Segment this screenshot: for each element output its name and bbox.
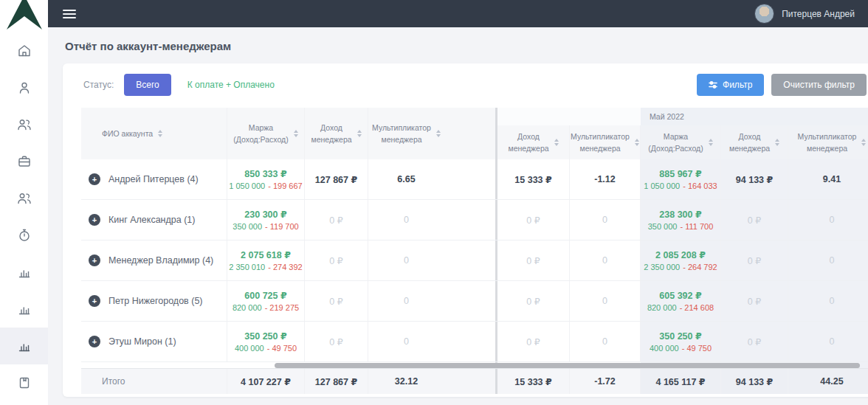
- spacer-cell: [444, 322, 495, 361]
- totals-manager-income: 127 867 ₽: [305, 369, 368, 394]
- account-name: Этуш Мирон (1): [108, 336, 176, 347]
- account-name-cell: + Менеджер Владимир (4): [81, 240, 227, 280]
- sort-icon[interactable]: [775, 139, 779, 146]
- sidebar-item-profile[interactable]: [0, 69, 48, 106]
- expand-row-icon[interactable]: +: [89, 336, 100, 347]
- manager-income-cell: 127 867 ₽: [305, 159, 368, 199]
- sidebar-item-journal[interactable]: [0, 364, 48, 401]
- account-name: Петр Нижегородов (5): [108, 296, 203, 306]
- bar-chart-icon: [17, 265, 32, 280]
- clear-filter-button[interactable]: Очистить фильтр: [771, 74, 867, 96]
- header-may-manager-income[interactable]: Доходменеджера: [721, 125, 788, 159]
- report-card: Статус: Всего К оплате + Оплачено Фильтр…: [63, 63, 868, 397]
- manager-income-cell: 0 ₽: [305, 281, 368, 321]
- menu-toggle-button[interactable]: [63, 10, 76, 18]
- sidebar: [0, 0, 48, 405]
- table-row: + Этуш Мирон (1) 350 250 ₽ 400 000- 49 7…: [81, 322, 868, 362]
- scroll-header-group: Май 2022 Доходменеджера Мультипликаторме…: [497, 108, 868, 159]
- header-margin[interactable]: Маржа(Доход:Расход): [227, 108, 305, 159]
- totals-may-manager-income: 94 133 ₽: [721, 369, 788, 394]
- sidebar-item-clients[interactable]: [0, 106, 48, 143]
- manager-income-cell: 0 ₽: [305, 200, 368, 240]
- may-margin-cell: 238 300 ₽ 350 000- 111 700: [641, 200, 721, 240]
- totals-prev-multiplier: -1.72: [570, 369, 641, 394]
- sort-icon[interactable]: [554, 139, 559, 146]
- may-manager-income-cell: 0 ₽: [721, 200, 788, 240]
- prev-multiplier-cell: 0: [570, 240, 641, 280]
- status-all-button[interactable]: Всего: [124, 74, 170, 96]
- margin-cell: 230 300 ₽ 350 000- 119 700: [227, 200, 305, 240]
- header-name[interactable]: ФИО аккаунта: [81, 108, 227, 159]
- filter-button-label: Фильтр: [723, 80, 752, 90]
- status-paid-link[interactable]: К оплате + Оплачено: [187, 80, 275, 90]
- header-multiplier[interactable]: Мультипликаторменеджера: [368, 108, 444, 159]
- sidebar-item-home[interactable]: [0, 32, 48, 69]
- users-icon: [16, 117, 32, 132]
- may-margin-cell: 885 967 ₽ 1 050 000- 164 033: [641, 159, 721, 199]
- filter-button[interactable]: Фильтр: [697, 74, 764, 96]
- header-prev-multiplier[interactable]: Мультипликаторменеджера: [570, 125, 641, 159]
- may-manager-income-cell: 0 ₽: [721, 240, 788, 280]
- journal-icon: [17, 375, 32, 390]
- status-label: Статус:: [83, 80, 114, 90]
- table-row: + Андрей Питерцев (4) 850 333 ₽ 1 050 00…: [81, 159, 868, 200]
- prev-multiplier-cell: -1.12: [570, 159, 641, 199]
- spacer-cell: [444, 240, 495, 280]
- logo[interactable]: [0, 0, 48, 32]
- avatar[interactable]: [754, 4, 774, 24]
- expand-row-icon[interactable]: +: [89, 173, 100, 185]
- sidebar-item-report-account-managers[interactable]: [0, 328, 48, 364]
- bar-chart-icon: [17, 339, 32, 353]
- sort-icon[interactable]: [436, 130, 441, 137]
- expand-row-icon[interactable]: +: [89, 255, 100, 266]
- briefcase-icon: [17, 154, 32, 169]
- prev-manager-income-cell: 0 ₽: [497, 281, 570, 321]
- header-manager-income[interactable]: Доходменеджера: [305, 108, 368, 159]
- account-name-cell: + Этуш Мирон (1): [81, 322, 227, 361]
- month-blank: [497, 108, 641, 125]
- totals-may-multiplier: 44.25: [788, 369, 868, 394]
- header-prev-manager-income[interactable]: Доходменеджера: [497, 125, 570, 159]
- account-name-cell: + Кинг Александра (1): [81, 200, 227, 240]
- header-may-margin[interactable]: Маржа(Доход:Расход): [641, 125, 721, 159]
- manager-income-cell: 0 ₽: [305, 240, 368, 280]
- may-multiplier-cell: 0: [788, 200, 868, 240]
- horizontal-scrollbar-thumb[interactable]: [275, 363, 860, 368]
- may-manager-income-cell: 0 ₽: [721, 281, 788, 321]
- account-name: Андрей Питерцев (4): [108, 174, 199, 184]
- sidebar-item-managers[interactable]: [0, 180, 48, 217]
- table-header: ФИО аккаунта Маржа(Доход:Расход) Доходме…: [81, 108, 868, 159]
- spacer-cell: [444, 159, 495, 199]
- sidebar-item-projects[interactable]: [0, 143, 48, 180]
- sort-icon[interactable]: [357, 130, 362, 137]
- sidebar-item-report-1[interactable]: [0, 254, 48, 291]
- sidebar-item-report-2[interactable]: [0, 291, 48, 328]
- prev-multiplier-cell: 0: [570, 200, 641, 240]
- totals-prev-manager-income: 15 333 ₽: [497, 369, 570, 394]
- prev-manager-income-cell: 0 ₽: [497, 322, 570, 361]
- totals-label: Итого: [81, 369, 227, 394]
- user-menu[interactable]: Питерцев Андрей: [754, 4, 855, 24]
- expand-row-icon[interactable]: +: [89, 214, 100, 226]
- prev-manager-income-cell: 0 ₽: [497, 200, 570, 240]
- totals-multiplier: 32.12: [368, 369, 444, 394]
- sort-icon[interactable]: [158, 130, 162, 137]
- expand-row-icon[interactable]: +: [89, 295, 100, 307]
- may-manager-income-cell: 94 133 ₽: [721, 159, 788, 199]
- sort-icon[interactable]: [635, 139, 639, 146]
- sort-icon[interactable]: [294, 130, 298, 137]
- sort-icon[interactable]: [709, 139, 713, 146]
- margin-cell: 2 075 618 ₽ 2 350 010- 274 392: [227, 240, 305, 280]
- spacer-cell: [444, 200, 495, 240]
- multiplier-cell: 0: [368, 240, 444, 280]
- sort-icon[interactable]: [861, 139, 866, 146]
- page-title: Отчёт по аккаунт-менеджерам: [65, 40, 868, 52]
- sidebar-item-time-tracking[interactable]: [0, 217, 48, 254]
- prev-multiplier-cell: 0: [570, 322, 641, 361]
- may-margin-cell: 605 392 ₽ 820 000- 214 608: [641, 281, 721, 321]
- header-may-multiplier[interactable]: Мультипликаторменеджера: [788, 125, 868, 159]
- bar-chart-icon: [17, 302, 32, 316]
- prev-manager-income-cell: 0 ₽: [497, 240, 570, 280]
- margin-cell: 600 725 ₽ 820 000- 219 275: [227, 281, 305, 321]
- multiplier-cell: 0: [368, 322, 444, 361]
